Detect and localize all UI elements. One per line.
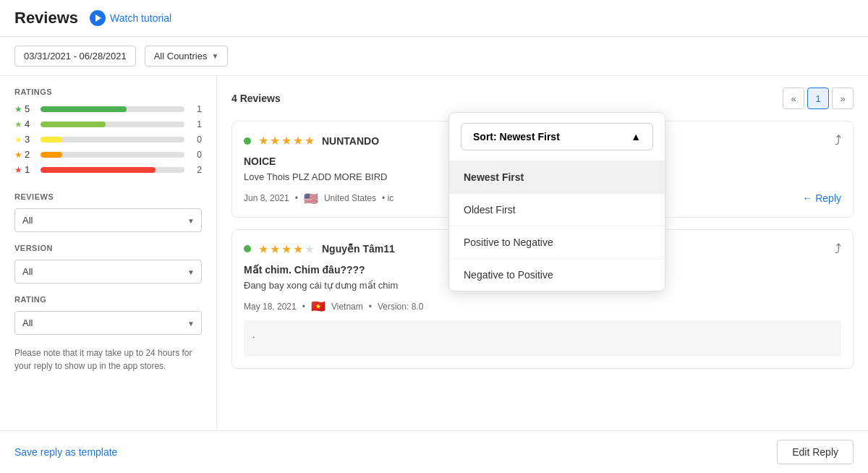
review-meta: May 18, 2021 • 🇻🇳 Vietnam • Version: 8.0 xyxy=(244,299,841,313)
watch-tutorial-link[interactable]: Watch tutorial xyxy=(90,10,171,26)
reviews-filter-select[interactable]: All xyxy=(14,208,202,232)
watch-tutorial-label: Watch tutorial xyxy=(110,12,171,24)
star-number-4: ★4 xyxy=(14,119,35,129)
rating-count-2: 0 xyxy=(190,150,202,160)
review-date: Jun 8, 2021 xyxy=(244,193,289,203)
date-range-filter[interactable]: 03/31/2021 - 06/28/2021 xyxy=(14,46,136,67)
reply-button[interactable]: ← Reply xyxy=(802,192,841,204)
version-label: VERSION xyxy=(14,244,202,252)
rating-count-4: 1 xyxy=(190,119,202,129)
reviewer-name: NUNTANDO xyxy=(322,135,379,147)
rating-row-3: ★3 0 xyxy=(14,134,202,145)
rating-bar-bg-3 xyxy=(41,137,184,142)
rating-bar-fill-1 xyxy=(41,167,156,173)
reply-arrow-icon: ← xyxy=(802,192,812,204)
sort-option-oldest[interactable]: Oldest First xyxy=(449,194,665,226)
rating-bar-fill-4 xyxy=(41,122,106,127)
rating-row-1: ★1 2 xyxy=(14,164,202,175)
rating-bar-bg-1 xyxy=(41,167,184,173)
review-country: United States xyxy=(324,193,376,203)
sort-dropdown-toggle[interactable]: Sort: Newest First ▲ xyxy=(461,123,653,150)
rating-label: RATING xyxy=(14,295,202,304)
pagination: « 1 » xyxy=(783,88,854,109)
rating-count-5: 1 xyxy=(190,104,202,114)
online-indicator xyxy=(244,245,251,252)
chevron-down-icon: ▼ xyxy=(211,52,218,60)
save-template-button[interactable]: Save reply as template xyxy=(14,446,117,458)
rating-row-2: ★2 0 xyxy=(14,149,202,160)
page-title: Reviews xyxy=(14,9,78,27)
chevron-up-icon: ▲ xyxy=(631,131,641,142)
star-rating: ★★★★★ xyxy=(258,134,315,148)
prev-page-button[interactable]: « xyxy=(783,88,804,109)
online-indicator xyxy=(244,137,251,145)
sort-option-negative-positive[interactable]: Negative to Positive xyxy=(449,259,665,291)
version-filter-select[interactable]: All xyxy=(14,260,202,284)
country-filter[interactable]: All Countries ▼ xyxy=(145,46,229,67)
rating-count-3: 0 xyxy=(190,135,202,145)
review-country: Vietnam xyxy=(331,302,363,312)
sort-option-positive-negative[interactable]: Positive to Negative xyxy=(449,226,665,258)
country-filter-label: All Countries xyxy=(154,51,208,61)
rating-bar-fill-3 xyxy=(41,137,62,142)
star-number-5: ★5 xyxy=(14,103,35,114)
reviews-count: 4 Reviews xyxy=(231,93,281,104)
rating-row-5: ★5 1 xyxy=(14,103,202,114)
rating-bar-bg-2 xyxy=(41,152,184,158)
rating-row-4: ★4 1 xyxy=(14,119,202,129)
current-page-button[interactable]: 1 xyxy=(807,88,829,109)
next-page-button[interactable]: » xyxy=(832,88,854,109)
ratings-label: RATINGS xyxy=(14,88,202,96)
country-flag: 🇻🇳 xyxy=(311,299,326,313)
rating-filter-select[interactable]: All xyxy=(14,311,202,335)
sort-option-newest[interactable]: Newest First xyxy=(449,161,665,193)
star-number-3: ★3 xyxy=(14,134,35,145)
sort-dropdown: Sort: Newest First ▲ Newest First Oldest… xyxy=(448,112,665,291)
review-version: Version: 8.0 xyxy=(378,302,423,312)
rating-bar-fill-2 xyxy=(41,152,62,158)
reviews-filter-label: REVIEWS xyxy=(14,192,202,201)
edit-reply-button[interactable]: Edit Reply xyxy=(777,440,854,464)
reviewer-name: Nguyễn Tâm11 xyxy=(322,243,395,255)
play-icon xyxy=(90,10,106,26)
reply-text-area: . xyxy=(244,320,841,357)
bottom-bar: Save reply as template Edit Reply xyxy=(0,430,868,473)
rating-bar-bg-4 xyxy=(41,122,184,127)
reply-note: Please note that it may take up to 24 ho… xyxy=(14,346,202,372)
star-number-2: ★2 xyxy=(14,149,35,160)
sort-label: Sort: Newest First xyxy=(473,131,560,142)
rating-count-1: 2 xyxy=(190,165,202,175)
country-flag: 🇺🇸 xyxy=(304,192,318,205)
share-icon[interactable]: ⤴ xyxy=(835,133,841,148)
star-rating: ★★★★★ xyxy=(258,242,315,256)
rating-bar-fill-5 xyxy=(41,106,127,112)
share-icon[interactable]: ⤴ xyxy=(835,242,841,257)
rating-bar-bg-5 xyxy=(41,106,184,112)
review-date: May 18, 2021 xyxy=(244,302,297,312)
review-extra: • ic xyxy=(382,193,393,203)
star-number-1: ★1 xyxy=(14,164,35,175)
